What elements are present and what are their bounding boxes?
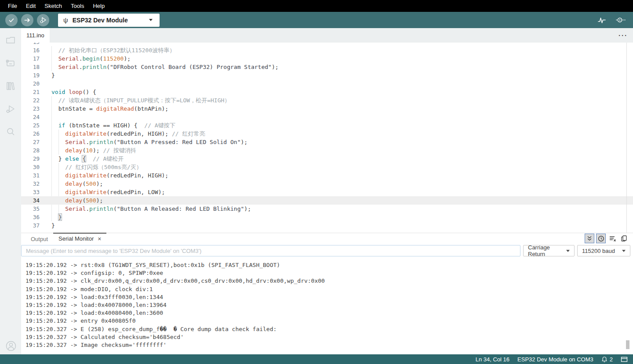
- line-number: 16: [21, 46, 40, 54]
- toggle-autoscroll-button[interactable]: [585, 234, 594, 243]
- code-line[interactable]: 29 } else { // A键松开: [21, 155, 633, 163]
- serial-line: 19:15:20.192 -> load:0x40078000,len:1396…: [25, 301, 633, 309]
- code-lines: 1516 // 初始化串口（ESP32默认115200波特率）17 Serial…: [21, 43, 633, 230]
- board-port-status: ESP32 Dev Module on COM3: [517, 356, 593, 363]
- serial-line: 19:15:20.192 -> entry 0x400805f0: [25, 317, 633, 325]
- menu-item-tools[interactable]: Tools: [66, 0, 88, 12]
- line-number: 22: [21, 96, 40, 105]
- tab-111-ino[interactable]: 111.ino: [21, 28, 50, 43]
- board-selector[interactable]: ψ ESP32 Dev Module: [58, 14, 160, 27]
- cursor-position: Ln 34, Col 16: [476, 356, 509, 363]
- line-number: 15: [21, 43, 40, 46]
- code-line[interactable]: 28 delay(10); // 按键消抖: [21, 146, 633, 155]
- code-line[interactable]: 31 digitalWrite(redLedPin, HIGH);: [21, 171, 633, 180]
- code-line[interactable]: 33 digitalWrite(redLedPin, LOW);: [21, 188, 633, 196]
- arrow-right-icon: [24, 17, 31, 24]
- serial-line: 19:15:20.327 -> Calculated checksum='b46…: [25, 333, 633, 341]
- debug-button[interactable]: [37, 14, 49, 26]
- line-ending-dropdown[interactable]: Carriage Return: [523, 245, 575, 256]
- code-line[interactable]: 15: [21, 43, 633, 46]
- line-number: 32: [21, 180, 40, 188]
- clear-output-button[interactable]: [608, 234, 617, 243]
- clock-icon: [598, 235, 604, 242]
- toolbar: ψ ESP32 Dev Module: [0, 12, 633, 28]
- line-number: 33: [21, 188, 40, 196]
- serial-input-row: Carriage Return 115200 baud: [21, 244, 633, 258]
- line-number: 37: [21, 221, 40, 230]
- verify-button[interactable]: [5, 14, 18, 26]
- menu-item-edit[interactable]: Edit: [22, 0, 40, 12]
- serial-monitor-button[interactable]: [615, 16, 626, 24]
- account-icon[interactable]: [5, 340, 16, 351]
- toggle-timestamp-button[interactable]: [596, 234, 606, 243]
- code-line[interactable]: 16 // 初始化串口（ESP32默认115200波特率）: [21, 46, 633, 54]
- code-line[interactable]: 25 if (btnState == HIGH) { // A键按下: [21, 121, 633, 130]
- code-line[interactable]: 32 delay(500);: [21, 180, 633, 188]
- serial-line: 19:15:20.192 -> load:0x40080400,len:3600: [25, 309, 633, 317]
- serial-line: 19:15:20.192 -> mode:DIO, clock div:1: [25, 285, 633, 293]
- code-editor[interactable]: 1516 // 初始化串口（ESP32默认115200波特率）17 Serial…: [21, 43, 633, 233]
- menu-item-sketch[interactable]: Sketch: [40, 0, 66, 12]
- code-line[interactable]: 17 Serial.begin(115200);: [21, 54, 633, 63]
- code-line[interactable]: 20: [21, 79, 633, 88]
- line-number: 25: [21, 121, 40, 130]
- sidebar-item-search[interactable]: [5, 126, 16, 137]
- line-number: 31: [21, 171, 40, 180]
- sidebar-item-sketchbook[interactable]: [5, 35, 16, 46]
- tab-serial-monitor[interactable]: Serial Monitor ×: [53, 233, 106, 244]
- sidebar-item-library-manager[interactable]: [5, 81, 16, 91]
- line-number: 26: [21, 130, 40, 138]
- code-line[interactable]: 19}: [21, 71, 633, 79]
- code-line[interactable]: 35 Serial.println("Button A Released: Re…: [21, 205, 633, 213]
- copy-icon: [621, 235, 627, 242]
- code-line[interactable]: 27 Serial.println("Button A Pressed: Red…: [21, 138, 633, 146]
- editor-scrollbar-track[interactable]: [626, 43, 627, 233]
- code-line[interactable]: 30 // 红灯闪烁（500ms亮/灭）: [21, 163, 633, 171]
- notifications-button[interactable]: 2: [601, 356, 613, 363]
- editor-overflow-menu[interactable]: ···: [613, 28, 633, 43]
- activity-bar: [0, 28, 21, 354]
- upload-button[interactable]: [21, 14, 33, 26]
- board-selector-label: ESP32 Dev Module: [73, 17, 128, 24]
- code-line[interactable]: 18 Serial.println("DFRobot Control Board…: [21, 63, 633, 71]
- code-line[interactable]: 36 }: [21, 213, 633, 221]
- usb-icon: ψ: [63, 16, 68, 24]
- clear-icon: [609, 235, 616, 242]
- tab-output[interactable]: Output: [25, 233, 53, 244]
- sidebar-item-boards-manager[interactable]: [5, 58, 16, 68]
- serial-scrollbar-thumb[interactable]: [626, 340, 629, 349]
- serial-message-input[interactable]: [21, 245, 520, 256]
- code-line[interactable]: 23 btnState = digitalRead(btnAPin);: [21, 105, 633, 113]
- serial-plotter-button[interactable]: [597, 16, 607, 24]
- close-icon[interactable]: ×: [98, 236, 101, 242]
- serial-line: 19:15:20.327 -> Image checksum='ffffffff…: [25, 341, 633, 349]
- tab-label: 111.ino: [26, 32, 44, 39]
- line-number: 29: [21, 155, 40, 163]
- code-line[interactable]: 21void loop() {: [21, 88, 633, 96]
- code-line[interactable]: 22 // 读取A键状态（INPUT_PULLUP模式：按下=LOW，松开=HI…: [21, 96, 633, 105]
- menu-item-file[interactable]: File: [4, 0, 22, 12]
- sidebar-item-debug[interactable]: [5, 104, 16, 114]
- toggle-panel-button[interactable]: [621, 357, 628, 362]
- code-line[interactable]: 24: [21, 113, 633, 121]
- serial-line: 19:15:20.192 -> configsip: 0, SPIWP:0xee: [25, 269, 633, 277]
- line-number: 17: [21, 54, 40, 63]
- panel-layout-icon: [621, 357, 628, 362]
- code-line[interactable]: 34 delay(500);: [21, 196, 633, 205]
- serial-line: 19:15:20.192 -> load:0x3fff0030,len:1344: [25, 293, 633, 301]
- menu-item-help[interactable]: Help: [88, 0, 109, 12]
- menu-bar: FileEditSketchToolsHelp: [0, 0, 633, 12]
- line-number: 35: [21, 205, 40, 213]
- line-number: 23: [21, 105, 40, 113]
- line-number: 30: [21, 163, 40, 171]
- line-number: 27: [21, 138, 40, 146]
- baud-rate-dropdown[interactable]: 115200 baud: [577, 245, 630, 256]
- double-chevron-down-icon: [586, 235, 593, 241]
- chevron-down-icon: [622, 250, 626, 252]
- serial-lines: 19:15:20.192 -> rst:0x8 (TG1WDT_SYS_RESE…: [25, 261, 633, 349]
- check-icon: [8, 17, 15, 24]
- copy-output-button[interactable]: [619, 234, 629, 243]
- code-line[interactable]: 26 digitalWrite(redLedPin, HIGH); // 红灯常…: [21, 130, 633, 138]
- code-line[interactable]: 37}: [21, 221, 633, 230]
- line-number: 24: [21, 113, 40, 121]
